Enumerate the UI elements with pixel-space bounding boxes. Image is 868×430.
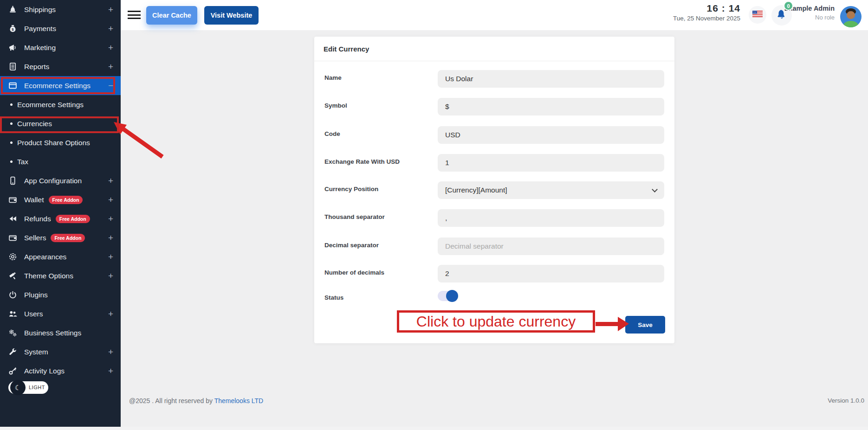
status-toggle[interactable] <box>438 291 457 301</box>
sidebar-item-refunds[interactable]: RefundsFree Addon+ <box>0 209 121 228</box>
power-icon <box>8 290 19 299</box>
sidebar-item-label: Reports <box>24 63 49 71</box>
plus-icon: + <box>108 233 113 242</box>
megaphone-icon <box>8 43 19 52</box>
number-of-decimals-input[interactable] <box>438 265 664 282</box>
clock-date: Tue, 25 November 2025 <box>659 15 740 22</box>
phone-icon <box>8 176 19 185</box>
sidebar-item-activity-logs[interactable]: Activity Logs+ <box>0 361 121 380</box>
footer-copyright: @2025 . All right reserved by Themelooks… <box>129 397 263 404</box>
sidebar-item-plugins[interactable]: Plugins <box>0 285 121 304</box>
sidebar-item-reports[interactable]: Reports+ <box>0 57 121 76</box>
aperture-icon <box>8 252 19 261</box>
plus-icon: + <box>108 214 113 223</box>
avatar-face <box>847 11 855 19</box>
sidebar-item-ecommerce-settings[interactable]: Ecommerce Settings− <box>0 76 121 95</box>
clock-time: 16 : 14 <box>659 3 740 14</box>
field-control <box>438 154 664 172</box>
sidebar-item-sellers[interactable]: SellersFree Addon+ <box>0 228 121 247</box>
plus-icon: + <box>108 43 113 52</box>
horizontal-scrollbar[interactable] <box>0 427 868 430</box>
exchange-rate-with-usd-input[interactable] <box>438 154 664 172</box>
sidebar-item-label: Theme Options <box>24 272 73 280</box>
field-control <box>438 290 664 301</box>
notification-count-badge: 0 <box>784 1 793 11</box>
key-icon <box>8 366 19 375</box>
form-row-currency-position: Currency Position[Currency][Amount] <box>324 181 664 199</box>
footer-version: Version 1.0.0 <box>828 397 864 404</box>
wallet-icon <box>8 195 19 204</box>
currency-position-select[interactable]: [Currency][Amount] <box>438 181 664 199</box>
window-icon <box>8 81 19 90</box>
code-input[interactable] <box>438 126 664 144</box>
ship-bell-icon <box>8 5 19 14</box>
sidebar-item-wallet[interactable]: WalletFree Addon+ <box>0 190 121 209</box>
sidebar-item-marketing[interactable]: Marketing+ <box>0 38 121 57</box>
field-control: [Currency][Amount] <box>438 181 664 199</box>
plus-icon: + <box>108 176 113 185</box>
symbol-input[interactable] <box>438 98 664 116</box>
plus-icon: + <box>108 347 113 356</box>
plus-icon: + <box>108 366 113 375</box>
sidebar-item-label: Users <box>24 310 43 318</box>
sidebar-item-payments[interactable]: $Payments+ <box>0 19 121 38</box>
sidebar-item-users[interactable]: Users+ <box>0 304 121 323</box>
report-icon <box>8 62 19 71</box>
free-addon-badge: Free Addon <box>49 196 83 204</box>
sidebar-item-ecommerce-settings[interactable]: Ecommerce Settings <box>0 95 121 114</box>
form-row-number-of-decimals: Number of decimals <box>324 265 664 282</box>
decimal-separator-input[interactable] <box>438 237 664 255</box>
field-control <box>438 126 664 144</box>
field-label-code: Code <box>324 126 438 144</box>
sidebar-item-currencies[interactable]: Currencies <box>0 114 121 133</box>
paint-roller-icon <box>8 271 19 280</box>
save-button[interactable]: Save <box>625 316 665 334</box>
sidebar-item-system[interactable]: System+ <box>0 342 121 361</box>
field-label-symbol: Symbol <box>324 98 438 116</box>
bullet-icon <box>10 122 13 125</box>
sidebar-nav: Shippings+$Payments+Marketing+Reports+Ec… <box>0 0 121 380</box>
money-bag-icon: $ <box>8 24 19 33</box>
field-control <box>438 209 664 227</box>
sidebar-item-label: Sellers <box>24 234 46 242</box>
bullet-icon <box>10 103 13 106</box>
plus-icon: + <box>108 195 113 204</box>
clock: 16 : 14 Tue, 25 November 2025 <box>659 3 740 22</box>
visit-website-button[interactable]: Visit Website <box>204 6 259 25</box>
wallet-icon <box>8 233 19 242</box>
plus-icon: + <box>108 24 113 33</box>
name-input[interactable] <box>438 70 664 88</box>
sidebar-item-theme-options[interactable]: Theme Options+ <box>0 266 121 285</box>
field-label-status: Status <box>324 290 438 301</box>
sidebar-item-tax[interactable]: Tax <box>0 152 121 171</box>
sidebar-item-label: Ecommerce Settings <box>24 82 91 90</box>
edit-currency-card: Edit Currency NameSymbolCodeExchange Rat… <box>314 37 674 343</box>
sidebar-item-label: Activity Logs <box>24 367 65 375</box>
theme-toggle[interactable]: ☾ LIGHT <box>8 381 48 394</box>
sidebar-item-app-configuration[interactable]: App Configuration+ <box>0 171 121 190</box>
thousand-separator-input[interactable] <box>438 209 664 227</box>
svg-text:$: $ <box>12 27 14 32</box>
hamburger-menu-icon[interactable] <box>128 11 141 19</box>
form-row-status: Status <box>324 290 664 301</box>
sidebar-item-label: Tax <box>17 158 28 166</box>
sidebar-item-product-share-options[interactable]: Product Share Options <box>0 133 121 152</box>
sidebar-item-label: Appearances <box>24 253 66 261</box>
form-row-symbol: Symbol <box>324 98 664 116</box>
avatar[interactable] <box>840 6 862 27</box>
clear-cache-button[interactable]: Clear Cache <box>146 6 197 25</box>
form-row-exchange-rate-with-usd: Exchange Rate With USD <box>324 154 664 172</box>
plus-icon: + <box>108 271 113 280</box>
plus-icon: + <box>108 5 113 14</box>
sidebar-item-business-settings[interactable]: Business Settings <box>0 323 121 342</box>
sidebar-item-shippings[interactable]: Shippings+ <box>0 0 121 19</box>
plus-icon: + <box>108 309 113 318</box>
moon-icon: ☾ <box>10 380 26 395</box>
field-control <box>438 265 664 282</box>
form-row-name: Name <box>324 70 664 88</box>
sidebar-item-label: Plugins <box>24 291 48 299</box>
rewind-icon <box>8 214 19 223</box>
company-link[interactable]: Themelooks LTD <box>214 397 264 404</box>
field-control <box>438 98 664 116</box>
sidebar-item-appearances[interactable]: Appearances+ <box>0 247 121 266</box>
